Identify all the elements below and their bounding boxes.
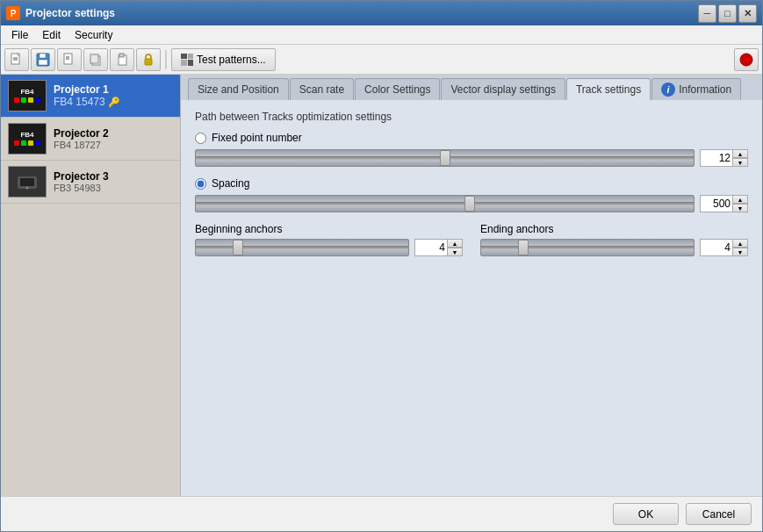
projector-item-3[interactable]: Projector 3 FB3 54983: [1, 161, 180, 204]
projector-1-thumb: FB4: [8, 80, 47, 111]
spacing-up[interactable]: ▲: [732, 195, 748, 204]
beginning-anchors-slider[interactable]: [195, 239, 409, 256]
fixed-point-up[interactable]: ▲: [732, 149, 748, 158]
beginning-anchors-spinner: 4 ▲ ▼: [414, 239, 463, 256]
key-icon: 🔑: [108, 97, 120, 108]
toolbar: Test patterns...: [1, 45, 762, 75]
copy-button[interactable]: [83, 48, 108, 71]
grid-icon: [181, 54, 193, 66]
spacing-spinner: 500 ▲ ▼: [700, 195, 748, 212]
fixed-point-thumb[interactable]: [440, 150, 450, 166]
svg-rect-17: [20, 178, 34, 186]
ending-anchors-slider-row: 4 ▲ ▼: [480, 239, 748, 256]
content-area: Size and Position Scan rate Color Settin…: [181, 75, 762, 496]
new-button[interactable]: [4, 48, 29, 71]
beginning-anchors-group: Beginning anchors 4 ▲: [195, 223, 463, 256]
ending-anchors-spinner: 4 ▲ ▼: [700, 239, 748, 256]
tabs: Size and Position Scan rate Color Settin…: [181, 75, 762, 100]
test-patterns-label: Test patterns...: [197, 54, 266, 66]
maximize-button[interactable]: □: [718, 4, 737, 23]
lock-button[interactable]: [136, 48, 161, 71]
projector-2-name: Projector 2: [54, 127, 173, 140]
beginning-anchors-value[interactable]: 4: [414, 239, 448, 256]
projector-3-thumb: [8, 166, 47, 198]
projector-3-info: Projector 3 FB3 54983: [54, 170, 173, 193]
projector-item-2[interactable]: FB4 Projector 2 FB4 18727: [1, 118, 180, 161]
spacing-spin-btns: ▲ ▼: [732, 195, 748, 212]
ending-anchors-spin-btns: ▲ ▼: [732, 239, 748, 256]
stop-button[interactable]: [734, 48, 759, 71]
menubar: File Edit Security: [1, 25, 762, 45]
info-icon: i: [661, 83, 675, 97]
fixed-point-label: Fixed point number: [212, 132, 302, 144]
projector-3-id: FB3 54983: [54, 183, 173, 193]
beginning-anchors-label: Beginning anchors: [195, 223, 463, 235]
section-title: Path between Tracks optimization setting…: [195, 111, 748, 123]
ending-anchors-up[interactable]: ▲: [732, 239, 748, 248]
anchors-row: Beginning anchors 4 ▲: [195, 223, 748, 256]
save-button[interactable]: [31, 48, 55, 71]
spacing-radio-row: Spacing: [195, 177, 748, 190]
window-title: Projector settings: [25, 7, 698, 19]
window-icon: P: [6, 6, 20, 20]
ending-anchors-group: Ending anchors 4 ▲: [480, 223, 748, 256]
svg-rect-4: [40, 54, 46, 58]
bottom-bar: OK Cancel: [1, 496, 762, 531]
minimize-button[interactable]: ─: [698, 4, 716, 23]
paste-button[interactable]: [110, 48, 134, 71]
ending-anchors-slider[interactable]: [480, 239, 695, 256]
svg-rect-15: [743, 56, 750, 63]
projector-1-name: Projector 1: [54, 83, 173, 96]
spacing-thumb[interactable]: [464, 196, 475, 212]
spacing-label: Spacing: [212, 177, 249, 190]
svg-rect-5: [39, 60, 47, 65]
projector-1-id: FB4 15473 🔑: [54, 96, 173, 108]
ending-anchors-value[interactable]: 4: [700, 239, 733, 256]
close-button[interactable]: ✕: [738, 4, 757, 23]
ending-anchors-thumb[interactable]: [518, 240, 529, 255]
spacing-slider[interactable]: [195, 195, 695, 212]
spacing-down[interactable]: ▼: [732, 204, 748, 212]
menu-security[interactable]: Security: [68, 27, 119, 43]
projector-1-info: Projector 1 FB4 15473 🔑: [54, 83, 173, 108]
export-button[interactable]: [57, 48, 82, 71]
beginning-anchors-thumb[interactable]: [233, 240, 243, 255]
projector-2-thumb: FB4: [8, 123, 47, 155]
fixed-point-radio-row: Fixed point number: [195, 132, 748, 144]
ending-anchors-down[interactable]: ▼: [732, 248, 748, 256]
ending-anchors-label: Ending anchors: [480, 223, 748, 235]
main-content: FB4 Projector 1 FB4 15473 🔑: [1, 75, 762, 496]
cancel-button[interactable]: Cancel: [686, 503, 752, 525]
panel-section: Path between Tracks optimization setting…: [195, 111, 748, 256]
fixed-point-radio[interactable]: [195, 133, 206, 144]
menu-edit[interactable]: Edit: [35, 27, 68, 43]
fixed-point-slider[interactable]: [195, 149, 695, 167]
tab-color-settings[interactable]: Color Settings: [355, 78, 440, 100]
beginning-anchors-slider-row: 4 ▲ ▼: [195, 239, 463, 256]
fixed-point-down[interactable]: ▼: [732, 158, 748, 167]
title-controls: ─ □ ✕: [698, 4, 757, 23]
svg-rect-12: [119, 54, 124, 57]
ok-button[interactable]: OK: [613, 503, 679, 525]
projector-2-id: FB4 18727: [54, 140, 173, 150]
tab-size-position[interactable]: Size and Position: [188, 78, 289, 100]
menu-file[interactable]: File: [4, 27, 35, 43]
beginning-anchors-up[interactable]: ▲: [447, 239, 463, 248]
spacing-slider-row: 500 ▲ ▼: [195, 195, 748, 212]
title-bar: P Projector settings ─ □ ✕: [1, 1, 762, 25]
spacing-radio[interactable]: [195, 178, 206, 190]
beginning-anchors-spin-btns: ▲ ▼: [447, 239, 463, 256]
beginning-anchors-down[interactable]: ▼: [447, 248, 463, 256]
svg-rect-13: [145, 59, 152, 65]
tab-scan-rate[interactable]: Scan rate: [290, 78, 354, 100]
fixed-point-value[interactable]: 12: [700, 149, 733, 167]
projector-2-info: Projector 2 FB4 18727: [54, 127, 173, 150]
tab-track-settings[interactable]: Track settings: [566, 78, 651, 100]
spacing-value[interactable]: 500: [700, 195, 733, 212]
tab-vector-display[interactable]: Vector display settings: [441, 78, 565, 100]
fixed-point-spinner: 12 ▲ ▼: [700, 149, 748, 167]
tab-information[interactable]: i Information: [651, 78, 741, 100]
projector-item-1[interactable]: FB4 Projector 1 FB4 15473 🔑: [1, 75, 180, 118]
fixed-point-slider-row: 12 ▲ ▼: [195, 149, 748, 167]
test-patterns-button[interactable]: Test patterns...: [171, 48, 276, 71]
